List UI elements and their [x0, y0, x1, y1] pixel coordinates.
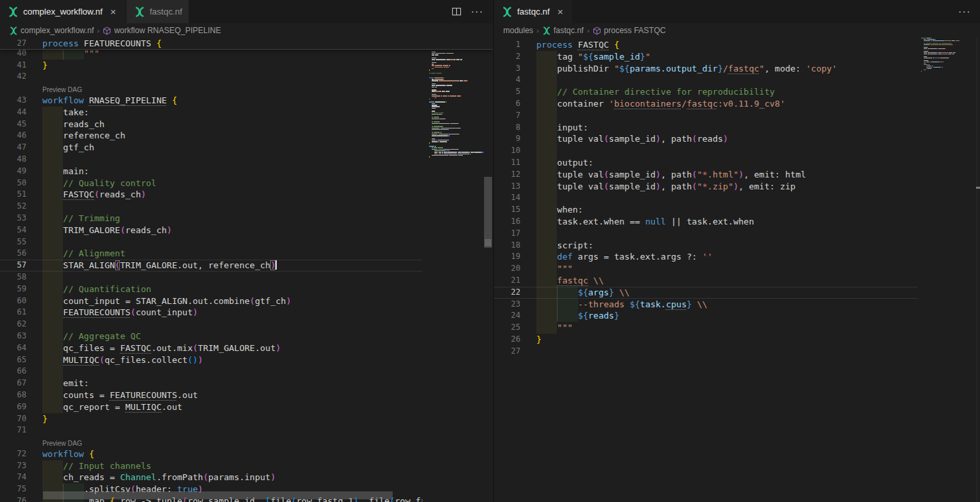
code-line-content: def args = task.ext.args ?: ''	[536, 251, 918, 263]
code-line[interactable]: 73 // Input channels	[0, 460, 422, 472]
code-line[interactable]: 56 // Alignment	[0, 248, 422, 260]
code-line[interactable]: 3 publishDir "${params.output_dir}/fastq…	[494, 63, 918, 75]
vertical-scrollbar-left[interactable]	[484, 177, 492, 248]
breadcrumb-item[interactable]: complex_workflow.nf	[9, 26, 94, 35]
code-editor-left[interactable]: 40 """41}42Preview DAG43workflow RNASEQ_…	[0, 38, 493, 502]
code-line[interactable]: 13 tuple val(sample_id), path("*.zip"), …	[494, 181, 918, 193]
code-line[interactable]: 52	[0, 201, 422, 213]
code-line[interactable]: 74 ch_reads = Channel.fromPath(params.in…	[0, 472, 422, 483]
code-line[interactable]: 46 reference_ch	[0, 130, 422, 142]
code-line[interactable]: 63 // Aggregate QC	[0, 330, 422, 342]
indent-highlight	[536, 310, 557, 322]
code-line[interactable]: 16 task.ext.when == null || task.ext.whe…	[494, 216, 918, 228]
code-line[interactable]: 10	[494, 145, 918, 157]
code-token: , path	[661, 181, 692, 191]
minimap-left[interactable]	[429, 38, 483, 502]
sticky-scroll-header[interactable]: 27process FEATURECOUNTS {	[0, 38, 493, 50]
close-icon[interactable]: ×	[554, 7, 566, 17]
code-token: reference_ch	[63, 130, 125, 140]
code-line[interactable]: 67 emit:	[0, 377, 422, 389]
code-line[interactable]: 66	[0, 366, 422, 377]
codelens-link[interactable]: Preview DAG	[42, 83, 82, 95]
code-line[interactable]: 62	[0, 319, 422, 330]
more-actions-button[interactable]: ···	[958, 6, 971, 18]
code-token: when:	[557, 205, 583, 215]
code-line[interactable]: 45 reads_ch	[0, 119, 422, 130]
code-line[interactable]: 15 when:	[494, 204, 918, 216]
indent-highlight	[42, 366, 63, 377]
code-line[interactable]: 72workflow {	[0, 448, 422, 460]
line-number: 5	[494, 86, 520, 98]
code-line[interactable]: 7	[494, 110, 918, 122]
code-line[interactable]: 14	[494, 192, 918, 204]
code-line[interactable]: 22 ${args} \\	[494, 287, 918, 299]
code-token: || task.ext.when	[666, 217, 754, 226]
tab-fastqc-nf[interactable]: fastqc.nf×	[494, 0, 573, 23]
code-line[interactable]: 60 count_input = STAR_ALIGN.out.combine(…	[0, 295, 422, 307]
breadcrumb-item[interactable]: workflow RNASEQ_PIPELINE	[103, 26, 220, 35]
close-icon[interactable]: ×	[107, 7, 119, 17]
code-line[interactable]: 47 gtf_ch	[0, 142, 422, 154]
line-number: 75	[0, 483, 26, 495]
code-line[interactable]: 42	[0, 71, 422, 83]
minimap-right[interactable]	[921, 38, 969, 502]
split-editor-button[interactable]	[452, 7, 462, 17]
horizontal-scrollbar-left[interactable]	[43, 491, 393, 499]
breadcrumb-item[interactable]: process FASTQC	[593, 26, 665, 35]
code-line[interactable]: 55	[0, 236, 422, 248]
code-line[interactable]: 61 FEATURECOUNTS(count_input)	[0, 307, 422, 319]
breadcrumb-item[interactable]: modules	[503, 26, 533, 35]
code-line[interactable]: 69 qc_report = MULTIQC.out	[0, 401, 422, 413]
code-line-content: // Aggregate QC	[42, 330, 422, 342]
code-line[interactable]: 70}	[0, 413, 422, 425]
tab-fastqc-nf[interactable]: fastqc.nf	[126, 0, 189, 23]
code-line[interactable]: 53 // Trimming	[0, 213, 422, 225]
code-line[interactable]: 25 """	[494, 322, 918, 334]
code-line[interactable]: 5 // Container directive for reproducibi…	[494, 86, 918, 98]
code-line[interactable]: 54 TRIM_GALORE(reads_ch)	[0, 225, 422, 236]
code-line[interactable]: 59 // Quantification	[0, 283, 422, 295]
code-line-content	[536, 346, 918, 358]
breadcrumb-item[interactable]: fastqc.nf	[542, 26, 583, 35]
code-line[interactable]: 57 STAR_ALIGN(TRIM_GALORE.out, reference…	[0, 260, 422, 272]
code-line[interactable]: 48	[0, 154, 422, 166]
code-line[interactable]: 6 container 'biocontainers/fastqc:v0.11.…	[494, 98, 918, 110]
code-line[interactable]: 44 take:	[0, 107, 422, 119]
code-line[interactable]: 41}	[0, 60, 422, 72]
code-line[interactable]: 20 """	[494, 263, 918, 275]
code-line[interactable]: 49 main:	[0, 166, 422, 177]
code-line[interactable]: 18 script:	[494, 240, 918, 252]
code-line[interactable]: 21 fastqc \\	[494, 275, 918, 287]
code-line[interactable]: 71	[0, 425, 422, 436]
code-line[interactable]: 68 counts = FEATURECOUNTS.out	[0, 389, 422, 401]
code-line[interactable]: 4	[494, 74, 918, 86]
code-line[interactable]: 9 tuple val(sample_id), path(reads)	[494, 133, 918, 145]
code-line[interactable]: 11 output:	[494, 157, 918, 169]
codelens-link[interactable]: Preview DAG	[42, 436, 82, 448]
code-line-content: tuple val(sample_id), path("*.html"), em…	[536, 169, 918, 181]
code-line[interactable]: 12 tuple val(sample_id), path("*.html"),…	[494, 169, 918, 181]
code-line[interactable]: 2 tag "${sample_id}"	[494, 51, 918, 63]
code-editor-right[interactable]: 1process FASTQC {2 tag "${sample_id}"3 p…	[494, 38, 980, 502]
more-actions-button[interactable]: ···	[471, 6, 483, 18]
code-line[interactable]: 27	[494, 346, 918, 358]
tab-complex_workflow-nf[interactable]: complex_workflow.nf×	[0, 0, 126, 23]
code-line[interactable]: 19 def args = task.ext.args ?: ''	[494, 251, 918, 263]
code-line[interactable]: 51 FASTQC(reads_ch)	[0, 189, 422, 201]
vscode-window: complex_workflow.nf× fastqc.nf ··· compl…	[0, 0, 980, 502]
code-line[interactable]: 1process FASTQC {	[494, 39, 918, 51]
code-line[interactable]: 65 MULTIQC(qc_files.collect())	[0, 354, 422, 366]
code-line[interactable]: 23 --threads ${task.cpus} \\	[494, 299, 918, 311]
code-line[interactable]: 64 qc_files = FASTQC.out.mix(TRIM_GALORE…	[0, 342, 422, 354]
code-line[interactable]: 17	[494, 228, 918, 240]
code-rows-right[interactable]: 1process FASTQC {2 tag "${sample_id}"3 p…	[494, 38, 918, 358]
code-line[interactable]: 8 input:	[494, 122, 918, 134]
code-rows-left[interactable]: 40 """41}42Preview DAG43workflow RNASEQ_…	[0, 38, 422, 502]
code-line[interactable]: 24 ${reads}	[494, 310, 918, 322]
scrollbar-handle-left[interactable]	[485, 239, 491, 246]
code-line[interactable]: 50 // Quality control	[0, 177, 422, 189]
code-line[interactable]: 26}	[494, 334, 918, 346]
indent-guide	[557, 310, 558, 322]
code-line[interactable]: 43workflow RNASEQ_PIPELINE {	[0, 95, 422, 107]
code-line[interactable]: 58	[0, 272, 422, 283]
